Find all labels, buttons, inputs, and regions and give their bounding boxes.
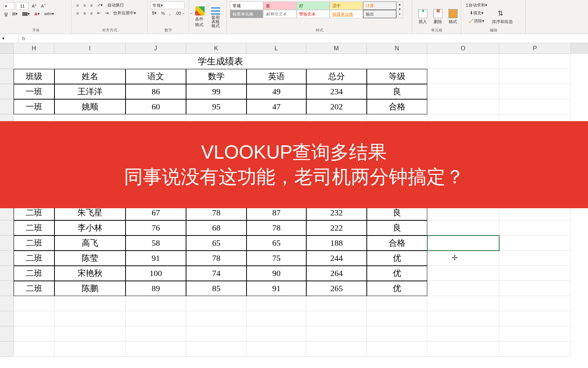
row-header[interactable] [0,326,14,341]
cell[interactable]: 76 [126,220,186,235]
cell[interactable] [499,296,571,311]
cell[interactable]: 陈鹏 [54,281,126,296]
cell[interactable] [306,341,367,357]
cell[interactable]: 优 [367,281,427,296]
title-cell[interactable]: 学生成绩表 [14,54,427,69]
indent-right-button[interactable]: ⇥ [104,10,110,16]
font-color-button[interactable]: A▾ [33,11,41,17]
conditional-format-button[interactable]: 条件格式 [192,2,208,32]
font-size-input[interactable] [16,2,29,10]
cell[interactable] [427,220,499,235]
cell[interactable] [14,311,54,326]
style-output[interactable]: 输出 [363,10,396,18]
cell[interactable] [367,311,427,326]
cell[interactable]: 99 [186,84,247,99]
cell[interactable] [14,296,54,311]
cell[interactable] [247,296,306,311]
cell[interactable]: 姓名 [54,69,126,84]
cell[interactable]: 68 [186,220,247,235]
col-header-P[interactable]: P [499,43,571,54]
align-left-button[interactable]: ≡ [75,10,80,16]
underline-button[interactable]: U [3,11,9,17]
cell[interactable]: 60 [126,99,186,114]
cell[interactable]: 95 [186,99,247,114]
row-header[interactable] [0,99,14,114]
cell[interactable]: 86 [126,84,186,99]
cell[interactable] [54,341,126,357]
align-center-button[interactable]: ≡ [82,10,87,16]
row-header[interactable] [0,54,14,69]
cell[interactable]: 良 [367,220,427,235]
cell[interactable] [427,311,499,326]
select-all-corner[interactable] [0,43,14,54]
cell[interactable] [499,326,571,341]
cell[interactable]: 姚顺 [54,99,126,114]
increase-decimal-button[interactable]: .00→ [174,10,186,16]
cell[interactable]: 65 [186,235,247,251]
cell[interactable]: 等级 [367,69,427,84]
styles-scroll-down[interactable]: ▼ [397,7,403,12]
cell[interactable] [499,99,571,114]
style-good[interactable]: 好 [296,2,330,10]
cell[interactable] [14,341,54,357]
col-header-N[interactable]: N [367,43,427,54]
cell[interactable]: 合格 [367,235,427,251]
row-header[interactable] [0,281,14,296]
cell[interactable]: 二班 [14,251,54,266]
style-bad[interactable]: 差 [263,2,296,10]
row-header[interactable] [0,266,14,281]
row-header[interactable] [0,251,14,266]
cell[interactable] [427,326,499,341]
cell[interactable]: 49 [247,84,306,99]
styles-more[interactable]: ▾ [397,12,403,17]
cell[interactable] [499,311,571,326]
cell[interactable] [186,311,247,326]
cell[interactable]: 良 [367,84,427,99]
cell[interactable] [427,99,499,114]
col-header-L[interactable]: L [247,43,306,54]
align-middle-button[interactable]: ≡ [82,2,87,8]
row-header[interactable] [0,69,14,84]
cell[interactable] [306,311,367,326]
cell[interactable]: 合格 [367,99,427,114]
cell[interactable] [427,266,499,281]
clear-button[interactable]: 🧹 清除 ▾ [464,17,489,25]
row-header[interactable] [0,296,14,311]
accounting-format-button[interactable]: $▾ [150,10,158,16]
cell[interactable]: 一班 [14,84,54,99]
cell[interactable] [54,311,126,326]
cell[interactable]: 89 [126,281,186,296]
cell[interactable]: 二班 [14,220,54,235]
fill-color-button[interactable]: ▾ [21,11,31,17]
orientation-button[interactable]: ⤢▾ [96,2,104,8]
cell[interactable] [126,296,186,311]
cell[interactable] [306,296,367,311]
style-normal[interactable]: 常规 [230,2,263,10]
row-header[interactable] [0,220,14,235]
font-dropdown[interactable]: ▾ [3,2,14,10]
cell[interactable] [54,296,126,311]
col-header-H[interactable]: H [14,43,54,54]
cell[interactable]: 85 [186,281,247,296]
cell[interactable]: 总分 [306,69,367,84]
cell[interactable] [427,296,499,311]
cell[interactable] [367,326,427,341]
cell[interactable] [54,326,126,341]
cell[interactable]: 47 [247,99,306,114]
cell[interactable] [186,341,247,357]
format-button[interactable]: 格式 [445,2,461,32]
cell[interactable] [427,235,499,251]
row-header[interactable] [0,84,14,99]
cell[interactable] [247,311,306,326]
cell[interactable]: 244 [306,251,367,266]
name-box[interactable]: ▾ [0,34,19,43]
style-linked-cell[interactable]: 链接单元格 [330,10,363,18]
decrease-font-button[interactable]: A˅ [40,3,48,9]
col-header-M[interactable]: M [306,43,367,54]
fx-icon[interactable]: fx [19,36,28,41]
cell[interactable]: 优 [367,251,427,266]
cell[interactable] [499,341,571,357]
cell[interactable]: 英语 [247,69,306,84]
align-bottom-button[interactable]: ≡ [89,2,94,8]
cell[interactable] [367,296,427,311]
